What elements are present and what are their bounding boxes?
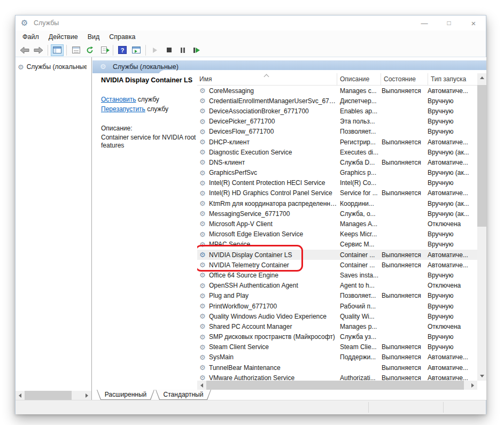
table-row[interactable]: ⚙ NVIDIA Display Container LS Container … (197, 250, 477, 260)
tab-standard[interactable]: Стандартный (156, 390, 211, 400)
cell-description: Keeps Micr... (337, 230, 379, 238)
menu-item-1[interactable]: Файл (18, 32, 44, 42)
table-row[interactable]: ⚙ MPAC Service Сервис M... Вручную (197, 239, 477, 250)
scroll-left-arrow[interactable] (15, 391, 25, 400)
forward-arrow-icon (34, 47, 43, 54)
scroll-right-arrow[interactable] (82, 391, 91, 400)
forward-button[interactable] (32, 44, 45, 56)
help-button[interactable]: ? (116, 44, 129, 56)
table-row[interactable]: ⚙ CredentialEnrollmentManagerUserSvc_677… (197, 96, 477, 106)
restart-icon (193, 48, 200, 53)
table-row[interactable]: ⚙ Microsoft App-V Client Manages A... От… (197, 219, 477, 229)
column-header-startup-type[interactable]: Тип запуска (428, 73, 477, 86)
maximize-button[interactable]: □ (437, 16, 461, 30)
services-list: Имя Описание Состояние Тип запуска ⚙ Cor… (197, 73, 486, 389)
table-row[interactable]: ⚙ Plug and Play Позволяет... Выполняется… (197, 291, 477, 301)
scroll-thumb[interactable] (25, 391, 72, 400)
cell-status: Выполняется (379, 261, 425, 269)
horizontal-scrollbar[interactable] (197, 381, 477, 390)
menu-item-2[interactable]: Действие (44, 32, 83, 42)
cell-description: Служба уз... (337, 333, 379, 341)
table-row[interactable]: ⚙ Steam Client Service Steam Clie... Вып… (197, 342, 477, 352)
table-row[interactable]: ⚙ Office 64 Source Engine Saves insta...… (197, 270, 477, 280)
table-row[interactable]: ⚙ PrintWorkflow_6771700 Рабочий п... Вру… (197, 301, 477, 311)
stop-service-button[interactable] (162, 44, 175, 56)
back-button[interactable] (18, 44, 31, 56)
vertical-scrollbar[interactable] (477, 73, 486, 381)
pane-header: ⚙ Службы (локальные) (92, 60, 486, 73)
table-row[interactable]: ⚙ NVIDIA Telemetry Container Container .… (197, 260, 477, 270)
minimize-button[interactable]: — (412, 16, 437, 30)
table-row[interactable]: ⚙ Microsoft Edge Elevation Service Keeps… (197, 229, 477, 239)
cell-startup-type: Автоматиче... (425, 189, 472, 197)
table-row[interactable]: ⚙ OpenSSH Authentication Agent Agent to … (197, 281, 477, 291)
restart-service-line: Перезапустить службу (101, 104, 168, 114)
table-row[interactable]: ⚙ DHCP-клиент Регистрир... Выполняется А… (197, 137, 477, 147)
table-row[interactable]: ⚙ GraphicsPerfSvc Graphics p... Вручную … (197, 168, 477, 178)
scroll-right-arrow[interactable] (468, 381, 477, 390)
cell-description: Служба, о... (337, 210, 379, 218)
column-header-description[interactable]: Описание (337, 73, 381, 86)
cell-name: Microsoft Edge Elevation Service (209, 230, 337, 238)
table-row[interactable]: ⚙ DeviceAssociationBroker_6771700 Enable… (197, 106, 477, 116)
scroll-left-arrow[interactable] (197, 381, 206, 390)
app-gear-icon: ⚙ (21, 18, 28, 28)
cell-name: VMware Authorization Service (209, 374, 337, 381)
column-header-status[interactable]: Состояние (381, 73, 428, 86)
table-row[interactable]: ⚙ SMP дисковых пространств (Майкрософт) … (197, 332, 477, 342)
show-action-pane-button[interactable] (130, 44, 143, 56)
cell-name: CredentialEnrollmentManagerUserSvc_67717… (209, 97, 337, 105)
table-row[interactable]: ⚙ CoreMessaging Manages c... Выполняется… (197, 86, 477, 96)
close-button[interactable]: × (461, 16, 486, 30)
cell-description: Manages A... (337, 220, 379, 228)
scroll-thumb[interactable] (477, 85, 486, 227)
cell-description: Container ... (337, 251, 379, 259)
toolbar-separator (66, 45, 67, 56)
start-service-button[interactable] (149, 44, 161, 56)
table-row[interactable]: ⚙ TunnelBear Maintenance Выполняется Авт… (197, 362, 477, 373)
tree-horizontal-scrollbar[interactable] (15, 391, 91, 400)
table-row[interactable]: ⚙ DevicePicker_6771700 Эта польз... Вруч… (197, 117, 477, 127)
cell-startup-type: Вручную (425, 333, 472, 341)
refresh-button[interactable] (83, 44, 96, 56)
tab-standard-label: Стандартный (156, 390, 211, 399)
table-row[interactable]: ⚙ Quality Windows Audio Video Experience… (197, 311, 477, 321)
cell-startup-type: Отключена (425, 282, 472, 289)
pause-service-button[interactable] (176, 44, 189, 56)
menu-item-4[interactable]: Справка (104, 32, 140, 42)
table-row[interactable]: ⚙ VMware Authorization Service Authoriza… (197, 373, 477, 381)
cell-startup-type: Вручную (ак... (425, 149, 472, 156)
scroll-up-arrow[interactable] (477, 73, 486, 82)
menu-item-3[interactable]: Вид (83, 32, 105, 42)
restart-service-link[interactable]: Перезапустить (101, 105, 145, 113)
stop-service-link[interactable]: Остановить (101, 96, 136, 103)
table-row[interactable]: ⚙ Diagnostic Execution Service Executes … (197, 147, 477, 157)
scroll-thumb[interactable] (206, 381, 464, 390)
properties-button[interactable] (69, 44, 82, 56)
restart-service-button[interactable] (190, 44, 203, 56)
cell-description: Quality Wi... (337, 313, 379, 320)
cell-startup-type: Автоматиче... (425, 261, 472, 269)
scroll-down-arrow[interactable] (477, 372, 486, 381)
table-row[interactable]: ⚙ DevicesFlow_6771700 Позволяет... Вручн… (197, 127, 477, 137)
cell-startup-type: Вручную (ак... (425, 200, 472, 207)
cell-startup-type: Вручную (425, 97, 472, 105)
tab-extended[interactable]: Расширенный (97, 390, 154, 400)
status-separator (368, 402, 369, 413)
tree-item-services-local[interactable]: ⚙ Службы (локальные) (18, 61, 88, 72)
service-gear-icon: ⚙ (199, 97, 206, 105)
table-row[interactable]: ⚙ DNS-клиент Служба D... Выполняется Авт… (197, 157, 477, 167)
show-console-tree-button[interactable] (51, 44, 64, 56)
pane-header-gear-icon: ⚙ (100, 63, 106, 71)
table-row[interactable]: ⚙ Intel(R) Content Protection HECI Servi… (197, 178, 477, 188)
export-list-button[interactable] (97, 44, 110, 56)
services-window: ⚙ Службы — □ × ФайлДействиеВидСправка (15, 15, 486, 414)
table-row[interactable]: ⚙ KtmRm для координатора распределенных … (197, 198, 477, 208)
table-row[interactable]: ⚙ SysMain Поддержи... Выполняется Автома… (197, 352, 477, 362)
cell-startup-type: Вручную (425, 303, 472, 310)
cell-startup-type: Отключена (425, 323, 472, 330)
table-row[interactable]: ⚙ MessagingService_6771700 Служба, о... … (197, 208, 477, 219)
table-row[interactable]: ⚙ Shared PC Account Manager Manages p...… (197, 321, 477, 331)
table-row[interactable]: ⚙ Intel(R) HD Graphics Control Panel Ser… (197, 188, 477, 198)
service-gear-icon: ⚙ (199, 333, 206, 341)
